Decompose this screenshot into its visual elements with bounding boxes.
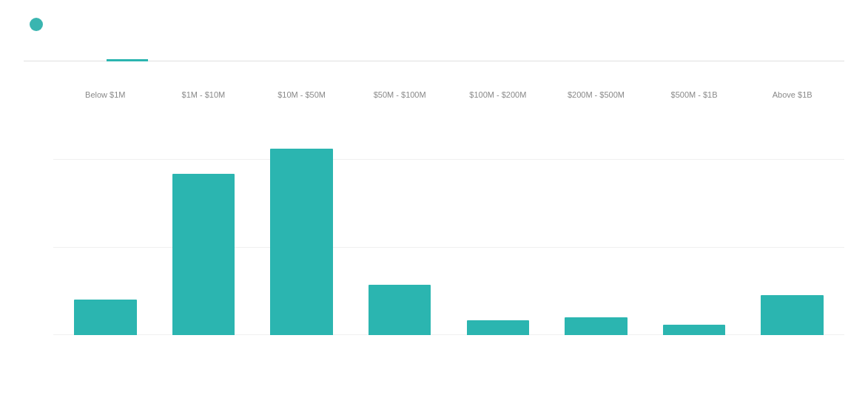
bar-group-4 — [454, 84, 543, 335]
y-axis — [24, 84, 53, 357]
bars-container: Below $1M$1M - $10M$10M - $50M$50M - $10… — [53, 84, 844, 357]
bar-1[interactable] — [172, 174, 235, 335]
tab-bar — [24, 44, 844, 61]
bar-7[interactable] — [761, 295, 823, 335]
tab-revenue[interactable] — [107, 44, 148, 61]
page-title — [24, 18, 844, 31]
info-icon[interactable] — [30, 18, 43, 31]
bar-3[interactable] — [369, 285, 431, 335]
bar-6[interactable] — [663, 325, 725, 335]
bar-group-0 — [61, 84, 150, 335]
chart-area: Below $1M$1M - $10M$10M - $50M$50M - $10… — [24, 69, 844, 357]
bar-4[interactable] — [467, 320, 529, 335]
bar-group-2 — [257, 84, 346, 335]
bar-group-5 — [551, 84, 641, 335]
bar-group-7 — [747, 84, 837, 335]
bar-group-3 — [355, 84, 445, 335]
tab-employees[interactable] — [65, 44, 107, 61]
bar-0[interactable] — [74, 300, 136, 335]
bar-group-1 — [159, 84, 249, 335]
tab-locations[interactable] — [24, 44, 65, 61]
bar-5[interactable] — [565, 317, 627, 335]
bar-group-6 — [650, 84, 739, 335]
bars-row — [53, 84, 844, 335]
tab-industry[interactable] — [148, 44, 189, 61]
bar-2[interactable] — [270, 149, 332, 335]
